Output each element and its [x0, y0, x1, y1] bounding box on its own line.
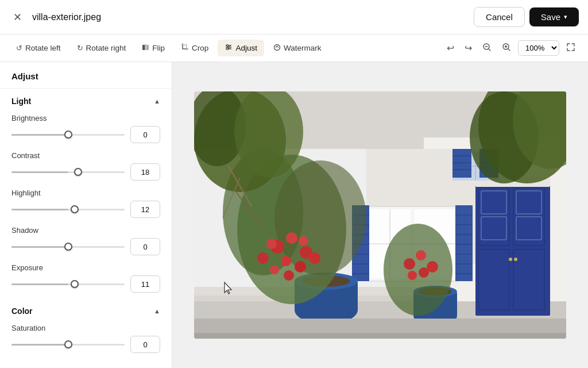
brightness-track[interactable]	[11, 134, 125, 136]
flip-button[interactable]: Flip	[135, 40, 172, 56]
svg-rect-30	[513, 250, 544, 310]
redo-button[interactable]: ↪	[461, 40, 475, 56]
svg-point-91	[266, 239, 277, 249]
svg-line-12	[489, 49, 490, 51]
rotate-left-label: Rotate left	[25, 44, 61, 52]
color-section-label: Color	[11, 306, 33, 316]
svg-rect-40	[455, 205, 473, 281]
exposure-thumb[interactable]	[71, 280, 79, 288]
svg-point-8	[227, 48, 229, 50]
svg-point-90	[257, 252, 269, 264]
shadow-input[interactable]	[130, 238, 160, 255]
header-left: ✕ villa-exterior.jpeg	[9, 9, 101, 25]
contrast-label: Contrast	[11, 151, 160, 160]
contrast-track[interactable]	[11, 171, 125, 173]
zoom-out-button[interactable]	[479, 40, 495, 56]
canvas-area	[172, 62, 588, 368]
color-section-header[interactable]: Color ▲	[0, 298, 172, 321]
highlight-label: Highlight	[11, 189, 160, 197]
rotate-right-icon: ↻	[77, 44, 83, 52]
contrast-thumb[interactable]	[74, 168, 82, 176]
shadow-row: Shadow	[0, 224, 172, 261]
saturation-track[interactable]	[11, 344, 125, 346]
brightness-label: Brightness	[11, 114, 160, 122]
svg-rect-108	[194, 333, 566, 339]
flip-label: Flip	[152, 44, 165, 52]
save-chevron-icon: ▾	[564, 13, 567, 21]
svg-point-93	[404, 258, 415, 270]
save-button[interactable]: Save ▾	[529, 7, 579, 26]
saturation-input[interactable]	[130, 336, 160, 353]
brightness-input[interactable]	[130, 126, 160, 143]
light-section-label: Light	[11, 97, 31, 106]
brightness-thumb[interactable]	[64, 131, 72, 139]
svg-rect-1	[146, 45, 149, 50]
svg-point-36	[514, 258, 517, 261]
highlight-track[interactable]	[11, 209, 125, 210]
highlight-input[interactable]	[130, 201, 160, 218]
adjust-icon	[225, 43, 233, 53]
color-section: Color ▲ Saturation	[0, 298, 172, 359]
watermark-button[interactable]: Watermark	[266, 40, 328, 56]
cancel-button[interactable]: Cancel	[474, 7, 525, 27]
rotate-right-label: Rotate right	[86, 44, 126, 52]
light-chevron-icon: ▲	[154, 98, 160, 105]
flip-icon	[142, 44, 149, 53]
svg-line-16	[508, 49, 510, 51]
watermark-icon	[273, 44, 281, 53]
undo-button[interactable]: ↩	[443, 40, 458, 56]
adjust-label: Adjust	[235, 44, 257, 52]
rotate-left-icon: ↺	[16, 44, 22, 52]
image-container	[194, 91, 566, 339]
fullscreen-button[interactable]	[563, 40, 579, 56]
crop-button[interactable]: Crop	[174, 40, 215, 56]
svg-point-96	[408, 271, 417, 280]
close-icon: ✕	[13, 11, 22, 24]
shadow-thumb[interactable]	[64, 243, 72, 251]
app-header: ✕ villa-exterior.jpeg Cancel Save ▾	[0, 0, 588, 34]
exposure-input[interactable]	[130, 275, 160, 293]
rotate-left-button[interactable]: ↺ Rotate left	[9, 40, 68, 56]
sidebar-title: Adjust	[0, 62, 172, 89]
saturation-thumb[interactable]	[64, 340, 72, 348]
svg-point-87	[309, 252, 320, 264]
light-section-header[interactable]: Light ▲	[0, 89, 172, 112]
toolbar: ↺ Rotate left ↻ Rotate right Flip	[0, 34, 588, 62]
rotate-right-button[interactable]: ↻ Rotate right	[70, 40, 133, 56]
contrast-input[interactable]	[130, 163, 160, 181]
brightness-row: Brightness	[0, 112, 172, 149]
shadow-track[interactable]	[11, 246, 125, 248]
zoom-in-button[interactable]	[498, 40, 514, 56]
exposure-row: Exposure	[0, 261, 172, 298]
svg-rect-29	[478, 250, 509, 310]
svg-point-82	[286, 232, 297, 244]
brightness-control	[11, 126, 160, 143]
svg-point-89	[299, 236, 308, 246]
light-section: Light ▲ Brightness Contrast	[0, 89, 172, 298]
exposure-label: Exposure	[11, 263, 160, 272]
saturation-row: Saturation	[0, 321, 172, 359]
svg-point-35	[509, 258, 512, 261]
zoom-select[interactable]: 100% 75% 50% 125%	[518, 40, 559, 56]
saturation-label: Saturation	[11, 324, 160, 332]
header-right: Cancel Save ▾	[474, 7, 579, 27]
svg-rect-62	[452, 149, 471, 178]
svg-point-97	[419, 267, 429, 278]
shadow-label: Shadow	[11, 226, 160, 235]
svg-rect-0	[142, 45, 145, 50]
crop-icon	[181, 43, 189, 53]
main-content: Adjust Light ▲ Brightness Con	[0, 62, 588, 368]
shadow-control	[11, 238, 160, 255]
exposure-track[interactable]	[11, 283, 125, 285]
svg-point-7	[229, 47, 230, 48]
adjust-button[interactable]: Adjust	[218, 40, 264, 56]
close-button[interactable]: ✕	[9, 9, 25, 25]
save-label: Save	[541, 12, 560, 22]
svg-point-86	[270, 265, 279, 274]
svg-point-84	[281, 256, 291, 266]
color-chevron-icon: ▲	[154, 308, 160, 315]
highlight-thumb[interactable]	[71, 205, 79, 213]
toolbar-right: ↩ ↪ 100% 75% 50% 125%	[443, 40, 579, 56]
svg-point-92	[384, 224, 452, 316]
sidebar: Adjust Light ▲ Brightness Con	[0, 62, 172, 368]
